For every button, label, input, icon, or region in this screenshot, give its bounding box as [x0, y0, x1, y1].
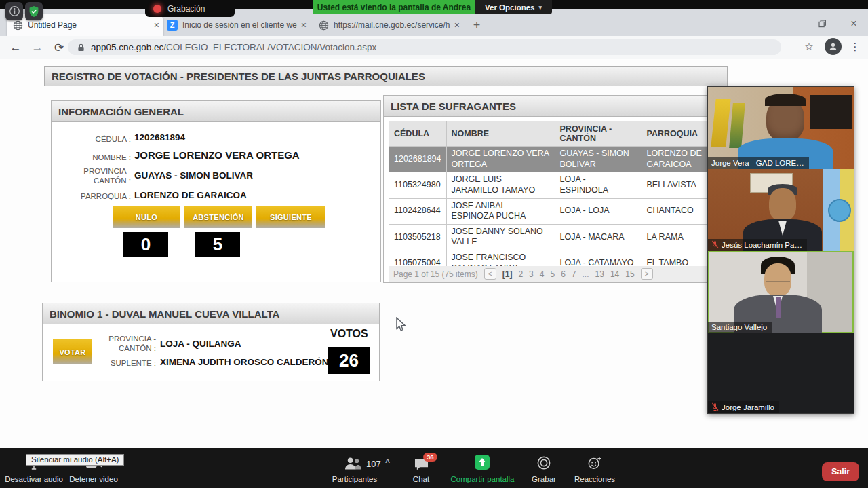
view-options-dropdown[interactable]: Ver Opciones ▾ — [475, 0, 552, 14]
url-path: /COLEGIO_ELECTORAL/VOTACION/Votacion.asp… — [163, 42, 376, 52]
nombre-label: NOMBRE : — [66, 153, 131, 162]
participant-name: Jorge Jaramillo — [722, 403, 774, 411]
info-icon — [9, 5, 20, 17]
reactions-button[interactable] — [587, 455, 602, 473]
mouse-cursor — [395, 317, 408, 335]
browser-menu-kebab-icon[interactable]: ⋮ — [846, 38, 864, 56]
table-row[interactable]: 1102428644 JOSE ANIBAL ESPINOZA PUCHA LO… — [389, 198, 713, 224]
padlock-icon — [77, 43, 85, 52]
col-parroquia: PARROQUIA — [642, 121, 713, 147]
pagination-page-link[interactable]: 5 — [550, 269, 555, 279]
stop-video-label[interactable]: Detener video — [60, 475, 127, 483]
pagination-next-button[interactable]: > — [641, 268, 653, 280]
table-row-selected[interactable]: 1202681894 JORGE LORENZO VERA ORTEGA GUA… — [389, 147, 713, 172]
chat-badge: 36 — [423, 453, 437, 462]
new-tab-button[interactable]: + — [469, 17, 485, 33]
tab-title: https://mail.cne.gob.ec/service/h — [334, 20, 450, 30]
pagination-page-link[interactable]: 14 — [610, 269, 619, 279]
panel-title: BINOMIO 1 - DUVAL MANUEL CUEVA VILLALTA — [50, 308, 279, 320]
pagination-page-link[interactable]: 4 — [540, 269, 545, 279]
tab-zoom-signin[interactable]: Z Inicio de sesión en el cliente web × — [161, 14, 311, 36]
share-screen-button[interactable] — [475, 455, 490, 470]
browser-profile-avatar[interactable] — [825, 38, 842, 55]
window-minimize-button[interactable] — [781, 16, 802, 31]
window-close-button[interactable]: × — [844, 16, 864, 31]
participant-video-jesus-loachamin[interactable]: Jesús Loachamín Pa… — [708, 169, 854, 251]
reactions-label[interactable]: Reacciones — [571, 475, 618, 483]
binomio-provincia-value: LOJA - QUILANGA — [160, 339, 241, 349]
back-button[interactable]: ← — [7, 39, 24, 56]
window-restore-button[interactable] — [812, 16, 833, 31]
mute-audio-label[interactable]: Desactivar audio — [0, 475, 68, 483]
participant-video-jorge-vera[interactable]: Jorge Vera - GAD LORE… — [708, 87, 854, 169]
mute-tooltip: Silenciar mi audio (Alt+A) — [26, 454, 124, 466]
forward-button[interactable]: → — [28, 39, 46, 56]
reload-button[interactable]: ⟳ — [50, 39, 68, 56]
video-background-shape — [711, 99, 730, 147]
banner-text: Usted está viendo la pantalla de Andrea — [317, 3, 471, 12]
share-screen-icon — [475, 455, 490, 470]
cell-parroquia: CHANTACO — [642, 198, 713, 224]
tab-divider — [462, 19, 462, 31]
parroquia-value: LORENZO DE GARAICOA — [134, 190, 247, 200]
abstencion-button[interactable]: ABSTENCIÓN — [184, 206, 252, 228]
pagination-ellipsis: ... — [583, 269, 589, 279]
pagination-page-link[interactable]: 6 — [561, 269, 566, 279]
votos-label: VOTOS — [330, 328, 368, 340]
panel-title: LISTA DE SUFRAGANTES — [391, 100, 516, 112]
video-background-shape — [810, 95, 852, 129]
minimize-icon — [788, 24, 795, 24]
participant-name-label: Jesús Loachamín Pa… — [708, 239, 807, 251]
encryption-shield-button[interactable] — [25, 2, 43, 20]
record-label[interactable]: Grabar — [524, 475, 564, 483]
pagination-prev-button[interactable]: < — [484, 268, 496, 280]
cell-nombre: JORGE LUIS JARAMILLO TAMAYO — [446, 172, 555, 198]
bookmark-star-icon[interactable]: ☆ — [800, 38, 818, 56]
participant-video-santiago-vallejo[interactable]: Santiago Vallejo — [708, 251, 854, 333]
participants-button[interactable] — [343, 456, 361, 473]
participant-name-label: Jorge Jaramillo — [708, 401, 779, 413]
recording-label: Grabación — [167, 4, 205, 14]
participant-name: Santiago Vallejo — [711, 323, 767, 331]
table-row[interactable]: 1105324980 JORGE LUIS JARAMILLO TAMAYO L… — [389, 172, 713, 198]
pagination-page-link[interactable]: 7 — [572, 269, 576, 279]
pagination-page-link[interactable]: 15 — [625, 269, 634, 279]
votar-button[interactable]: VOTAR — [53, 339, 92, 364]
pagination-page-link[interactable]: 3 — [529, 269, 534, 279]
zoom-meeting-window: Untitled Page × Z Inicio de sesión en el… — [0, 0, 868, 488]
cell-provincia: LOJA - ESPINDOLA — [555, 172, 642, 198]
nulo-button[interactable]: NULO — [113, 206, 180, 228]
cell-nombre: JORGE LORENZO VERA ORTEGA — [446, 147, 555, 172]
tab-mail-cne[interactable]: https://mail.cne.gob.ec/service/h × — [313, 14, 464, 36]
binomio-provincia-label: PROVINCIA - CANTÓN : — [92, 334, 156, 354]
table-row[interactable]: 1103505218 JOSE DANNY SOLANO VALLE LOJA … — [389, 224, 713, 250]
siguiente-button[interactable]: SIGUIENTE — [256, 206, 326, 228]
sufragantes-table: CÉDULA NOMBRE PROVINCIA - CANTÓN PARROQU… — [389, 121, 713, 276]
view-options-label: Ver Opciones — [485, 3, 535, 12]
participant-video-jorge-jaramillo[interactable]: Jorge Jaramillo — [708, 333, 854, 413]
cell-nombre: JOSE DANNY SOLANO VALLE — [446, 224, 555, 250]
pagination-page-link[interactable]: 2 — [518, 269, 523, 279]
participants-label[interactable]: Participantes — [321, 475, 389, 483]
nombre-value: JORGE LORENZO VERA ORTEGA — [134, 149, 300, 161]
binomio-header: BINOMIO 1 - DUVAL MANUEL CUEVA VILLALTA — [43, 303, 379, 324]
parroquia-label: PARROQUIA : — [66, 191, 131, 201]
cell-provincia: LOJA - MACARA — [555, 224, 642, 250]
cell-parroquia: LA RAMA — [642, 224, 713, 250]
col-provincia-canton: PROVINCIA - CANTÓN — [555, 121, 642, 147]
pagination-page-current[interactable]: [1] — [502, 269, 513, 279]
share-screen-label[interactable]: Compartir pantalla — [450, 475, 515, 483]
record-button[interactable] — [536, 455, 551, 473]
cell-cedula: 1105324980 — [389, 172, 447, 198]
address-bar[interactable]: app05.cne.gob.ec/COLEGIO_ELECTORAL/VOTAC… — [68, 39, 781, 55]
leave-meeting-button[interactable]: Salir — [822, 462, 859, 481]
chat-label[interactable]: Chat — [401, 475, 441, 483]
meeting-info-button[interactable] — [5, 2, 23, 20]
pagination-page-link[interactable]: 13 — [595, 269, 604, 279]
page-title: REGISTRO DE VOTACIÓN - PRESIDENTES DE LA… — [52, 71, 425, 82]
col-cedula: CÉDULA — [389, 121, 447, 147]
url-domain: app05.cne.gob.ec — [91, 42, 163, 52]
globe-favicon-icon — [319, 20, 329, 31]
votos-counter: 26 — [328, 347, 370, 374]
participants-chevron-icon[interactable]: ^ — [385, 457, 390, 467]
